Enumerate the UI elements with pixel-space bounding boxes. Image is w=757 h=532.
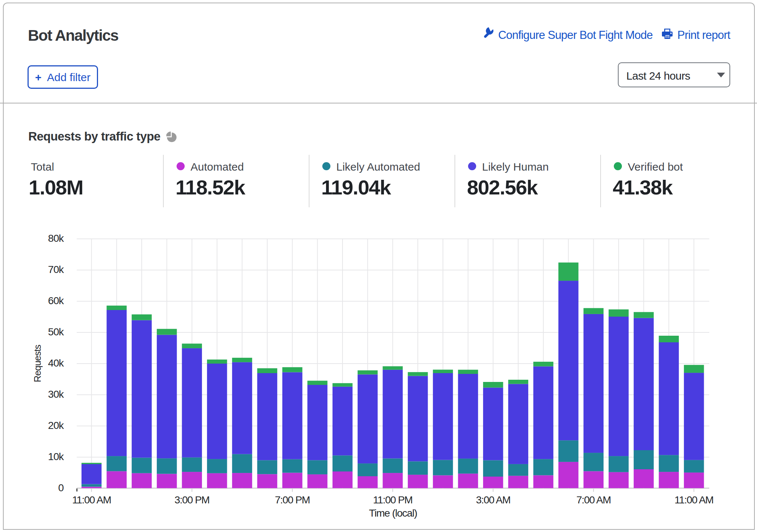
svg-text:11:00 AM: 11:00 AM: [72, 494, 111, 506]
svg-text:3:00 AM: 3:00 AM: [476, 494, 510, 506]
svg-text:50k: 50k: [48, 326, 64, 338]
svg-text:0: 0: [58, 482, 64, 493]
svg-text:70k: 70k: [48, 264, 64, 275]
svg-text:Requests: Requests: [32, 345, 43, 382]
svg-text:10k: 10k: [48, 451, 64, 462]
svg-text:60k: 60k: [48, 295, 64, 306]
svg-text:30k: 30k: [48, 389, 64, 400]
svg-text:40k: 40k: [48, 357, 64, 369]
svg-text:7:00 AM: 7:00 AM: [576, 494, 611, 506]
svg-text:80k: 80k: [48, 233, 64, 244]
svg-text:11:00 AM: 11:00 AM: [674, 494, 713, 506]
svg-text:Time (local): Time (local): [369, 507, 417, 519]
svg-text:7:00 PM: 7:00 PM: [275, 494, 310, 506]
svg-text:20k: 20k: [48, 420, 64, 431]
svg-text:11:00 PM: 11:00 PM: [373, 494, 412, 506]
svg-text:3:00 PM: 3:00 PM: [174, 494, 209, 506]
